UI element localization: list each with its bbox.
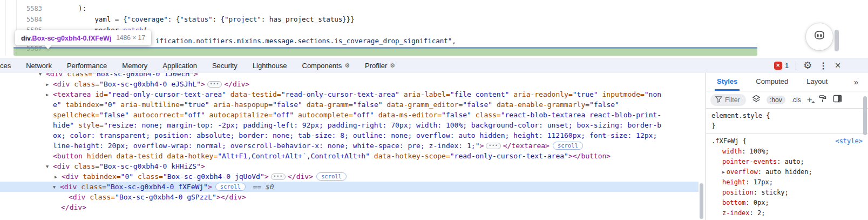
tree-token: style= — [74, 121, 104, 129]
tree-token: "read-only-cursor-text-area" — [450, 152, 568, 160]
tree-line[interactable]: hide" style="resize: none; margin-top: -… — [0, 120, 699, 130]
style-filter[interactable] — [710, 94, 746, 106]
css-property[interactable]: height: 17px; — [711, 177, 863, 188]
tree-token: autocomplete= — [294, 111, 353, 119]
tree-token: "0" — [104, 101, 116, 109]
css-property[interactable]: width: 100%; — [711, 146, 863, 157]
tab-label: Security — [212, 62, 238, 70]
tree-token: tabindex= — [83, 172, 120, 181]
tree-token: id= — [95, 90, 107, 98]
sidebar-toggle-icon[interactable] — [833, 95, 842, 105]
error-badge-icon: ✕ — [774, 62, 782, 70]
page-scrollbar-thumb[interactable] — [835, 30, 839, 51]
devtools-tab-performance[interactable]: Performance — [59, 58, 114, 73]
code-line: 5584 yaml = {"coverage": {"status": {"pr… — [0, 14, 868, 25]
element-dimensions-tooltip: div.Box-sc-g0xbh4-0.fXFeWj 1486 × 17 — [15, 30, 151, 45]
cascade-layers-icon[interactable] — [752, 95, 761, 105]
tree-token: autocapitalize= — [205, 111, 273, 119]
devtools-tab-security[interactable]: Security — [205, 58, 245, 73]
tree-line[interactable]: spellcheck="false" autocorrect="off" aut… — [0, 110, 699, 120]
tab-label: Components — [302, 62, 342, 70]
tree-line[interactable]: line-height: 20px; overflow-wrap: normal… — [0, 141, 699, 151]
expand-ellipsis-button[interactable]: ••• — [486, 143, 500, 149]
collapse-arrow-icon[interactable]: ▼ — [39, 73, 46, 79]
tree-token: </div> — [224, 80, 249, 88]
collapse-arrow-icon[interactable]: ▼ — [46, 162, 53, 172]
tree-line[interactable]: ▶<div class="Box-sc-g0xbh4-0 eJSJhL">•••… — [0, 79, 699, 89]
scroll-badge[interactable]: scroll — [215, 183, 246, 191]
devtools-tab-memory[interactable]: Memory — [114, 58, 155, 73]
css-property[interactable]: bottom: 0px; — [711, 198, 863, 208]
collapse-arrow-icon[interactable]: ▼ — [53, 182, 60, 192]
new-style-rule-button[interactable]: + — [807, 96, 812, 104]
tree-token: data-gramm= — [302, 101, 353, 109]
rendering-emulation-icon[interactable] — [818, 95, 827, 105]
inspect-overlay-padding — [13, 49, 757, 56]
tree-line[interactable]: e" tabindex="0" aria-multiline="true" ar… — [0, 99, 699, 110]
rule-selector[interactable]: .fXFeWj { — [711, 137, 747, 145]
tree-token: data-testid — [116, 152, 162, 160]
css-property[interactable]: position: sticky; — [711, 188, 863, 198]
styles-sidebar: StylesComputedLayout» :hov .cls + — [706, 73, 868, 220]
tree-line[interactable]: ▼<div class="Box-sc-g0xbh4-0 kHHiZS"> — [0, 161, 699, 171]
devtools-tab-ces[interactable]: ces — [0, 58, 18, 73]
devtools-tab-components[interactable]: Components⚙ — [295, 58, 358, 73]
element-classes-button[interactable]: .cls — [791, 96, 801, 104]
tree-line[interactable]: <div class="Box-sc-g0xbh4-0 gSPzzL"></di… — [0, 192, 699, 202]
devtools-tab-lighthouse[interactable]: Lighthouse — [245, 58, 295, 73]
tree-token: <div — [53, 162, 74, 170]
copilot-button[interactable] — [806, 23, 833, 50]
expand-arrow-icon[interactable]: ▶ — [55, 172, 62, 182]
css-property[interactable]: z-index: 2; — [711, 208, 863, 218]
toggle-element-state-button[interactable]: :hov — [767, 96, 785, 104]
filter-input[interactable] — [725, 96, 746, 104]
tree-token: > — [208, 183, 212, 191]
line-number[interactable]: 5584 — [22, 14, 42, 25]
tree-line[interactable]: <button hidden data-testid data-hotkey="… — [0, 151, 699, 161]
expand-arrow-icon[interactable]: ▶ — [46, 79, 53, 90]
tree-line[interactable]: ox; color: transparent; position: absolu… — [0, 130, 699, 141]
tree-token: "false" — [99, 111, 129, 119]
styles-tab-computed[interactable]: Computed — [754, 74, 790, 91]
styles-tab-styles[interactable]: Styles — [715, 74, 740, 91]
line-number[interactable]: 5583 — [22, 3, 42, 14]
element-style-section[interactable]: element.style { } — [706, 109, 868, 134]
devtools-tab-network[interactable]: Network — [18, 58, 59, 73]
extension-gear-icon: ⚙ — [390, 62, 395, 69]
more-menu-icon[interactable]: ⋮ — [819, 61, 828, 71]
expand-shorthand-icon[interactable]: ▶ — [722, 170, 725, 175]
tree-token: "Alt+F1,Control+Alt+˙,Control+Alt+h" — [218, 152, 370, 160]
expand-arrow-icon[interactable]: ▶ — [46, 90, 53, 100]
extension-gear-icon: ⚙ — [344, 62, 350, 69]
tree-token: "Box-sc-g0xbh4-0 eJSJhL" — [99, 80, 201, 88]
expand-ellipsis-button[interactable]: ••• — [207, 81, 222, 88]
devtools-tab-application[interactable]: Application — [155, 58, 205, 73]
css-property[interactable]: ▶overflow: auto hidden; — [711, 167, 863, 177]
tree-line[interactable]: ▼<div class="Box-sc-g0xbh4-0 iJ0ecH"> — [0, 73, 699, 79]
tooltip-caret — [44, 45, 52, 49]
element-style-close: } — [711, 121, 863, 131]
styles-scrollbar-thumb[interactable] — [863, 96, 867, 135]
expand-ellipsis-button[interactable]: ••• — [271, 174, 286, 180]
css-property[interactable]: pointer-events: auto; — [711, 157, 863, 167]
tree-token: "true" — [184, 101, 209, 109]
element-style-open: element.style { — [711, 111, 863, 121]
error-indicator[interactable]: ✕ 1 — [774, 62, 789, 70]
tree-line-selected[interactable]: ▼<div class="Box-sc-g0xbh4-0 fXFeWj">scr… — [0, 182, 699, 192]
tree-line[interactable]: </div> — [0, 202, 699, 212]
settings-gear-icon[interactable]: ⚙ — [803, 59, 812, 71]
rule-origin-link[interactable]: <style> — [835, 136, 863, 146]
tree-line[interactable]: ▶<textarea id="read-only-cursor-text-are… — [0, 89, 699, 99]
more-tabs-icon[interactable]: » — [854, 77, 858, 86]
devtools-tab-profiler[interactable]: Profiler⚙ — [357, 58, 403, 73]
styles-tab-layout[interactable]: Layout — [804, 74, 830, 91]
scroll-badge[interactable]: scroll — [553, 142, 583, 150]
scroll-badge[interactable]: scroll — [316, 172, 347, 181]
tree-line[interactable]: ▶<div tabindex="0" class="Box-sc-g0xbh4-… — [0, 171, 699, 182]
tree-token: hide" — [53, 121, 74, 129]
rule-properties: width: 100%;pointer-events: auto;▶overfl… — [711, 146, 863, 218]
matched-rule-section[interactable]: .fXFeWj { <style> width: 100%;pointer-ev… — [706, 134, 868, 220]
elements-scrollbar-thumb[interactable] — [700, 183, 703, 219]
tree-token: e" — [53, 101, 62, 109]
close-devtools-icon[interactable]: ✕ — [835, 61, 841, 70]
